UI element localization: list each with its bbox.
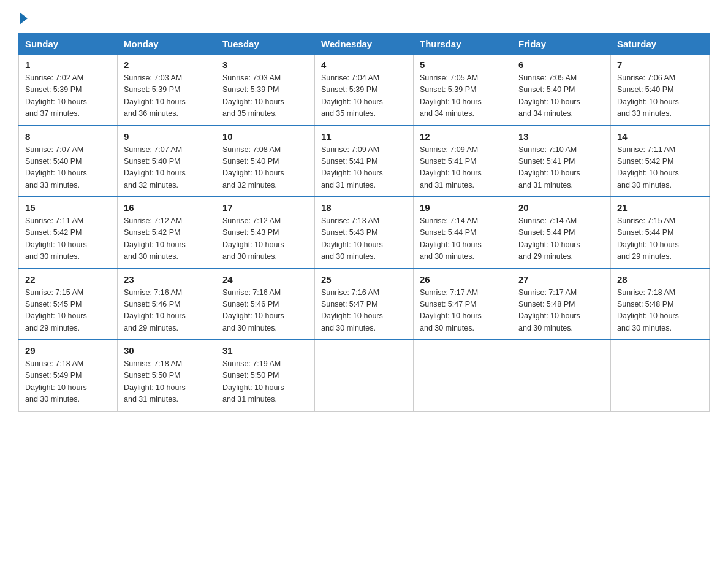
header-day-monday: Monday <box>118 34 216 55</box>
day-number: 12 <box>420 131 506 142</box>
day-number: 18 <box>321 202 407 213</box>
calendar-cell: 24Sunrise: 7:16 AMSunset: 5:46 PMDayligh… <box>216 269 315 340</box>
day-number: 2 <box>124 59 210 70</box>
day-info: Sunrise: 7:11 AMSunset: 5:42 PMDaylight:… <box>25 215 111 263</box>
day-number: 27 <box>518 274 604 285</box>
day-info: Sunrise: 7:12 AMSunset: 5:43 PMDaylight:… <box>222 215 308 263</box>
day-number: 6 <box>518 59 604 70</box>
day-info: Sunrise: 7:04 AMSunset: 5:39 PMDaylight:… <box>321 72 407 120</box>
calendar-week-2: 8Sunrise: 7:07 AMSunset: 5:40 PMDaylight… <box>19 126 710 197</box>
day-number: 15 <box>25 202 111 213</box>
day-number: 28 <box>617 274 703 285</box>
day-number: 30 <box>124 345 210 356</box>
day-info: Sunrise: 7:02 AMSunset: 5:39 PMDaylight:… <box>25 72 111 120</box>
header-day-sunday: Sunday <box>19 34 118 55</box>
calendar-cell: 19Sunrise: 7:14 AMSunset: 5:44 PMDayligh… <box>414 197 512 269</box>
day-number: 11 <box>321 131 407 142</box>
day-number: 26 <box>420 274 506 285</box>
calendar-week-5: 29Sunrise: 7:18 AMSunset: 5:49 PMDayligh… <box>19 340 710 411</box>
calendar-cell: 26Sunrise: 7:17 AMSunset: 5:47 PMDayligh… <box>414 269 512 340</box>
calendar-cell: 10Sunrise: 7:08 AMSunset: 5:40 PMDayligh… <box>216 126 315 197</box>
day-info: Sunrise: 7:08 AMSunset: 5:40 PMDaylight:… <box>222 144 308 192</box>
day-info: Sunrise: 7:16 AMSunset: 5:46 PMDaylight:… <box>222 287 308 335</box>
calendar-cell: 12Sunrise: 7:09 AMSunset: 5:41 PMDayligh… <box>414 126 512 197</box>
calendar-cell: 13Sunrise: 7:10 AMSunset: 5:41 PMDayligh… <box>512 126 611 197</box>
day-info: Sunrise: 7:06 AMSunset: 5:40 PMDaylight:… <box>617 72 703 120</box>
calendar-cell: 14Sunrise: 7:11 AMSunset: 5:42 PMDayligh… <box>611 126 710 197</box>
day-info: Sunrise: 7:11 AMSunset: 5:42 PMDaylight:… <box>617 144 703 192</box>
calendar-cell: 9Sunrise: 7:07 AMSunset: 5:40 PMDaylight… <box>118 126 216 197</box>
day-info: Sunrise: 7:03 AMSunset: 5:39 PMDaylight:… <box>124 72 210 120</box>
header-day-tuesday: Tuesday <box>216 34 315 55</box>
day-info: Sunrise: 7:16 AMSunset: 5:47 PMDaylight:… <box>321 287 407 335</box>
day-number: 22 <box>25 274 111 285</box>
day-info: Sunrise: 7:18 AMSunset: 5:48 PMDaylight:… <box>617 287 703 335</box>
calendar-cell <box>414 340 512 411</box>
day-info: Sunrise: 7:05 AMSunset: 5:39 PMDaylight:… <box>420 72 506 120</box>
logo-arrow-icon <box>20 12 28 25</box>
day-number: 21 <box>617 202 703 213</box>
day-info: Sunrise: 7:15 AMSunset: 5:44 PMDaylight:… <box>617 215 703 263</box>
day-info: Sunrise: 7:09 AMSunset: 5:41 PMDaylight:… <box>321 144 407 192</box>
day-info: Sunrise: 7:18 AMSunset: 5:49 PMDaylight:… <box>25 358 111 406</box>
calendar-cell <box>315 340 414 411</box>
day-info: Sunrise: 7:12 AMSunset: 5:42 PMDaylight:… <box>124 215 210 263</box>
page-header <box>18 12 710 22</box>
calendar-cell: 3Sunrise: 7:03 AMSunset: 5:39 PMDaylight… <box>216 55 315 126</box>
header-day-wednesday: Wednesday <box>315 34 414 55</box>
day-info: Sunrise: 7:19 AMSunset: 5:50 PMDaylight:… <box>222 358 308 406</box>
day-number: 8 <box>25 131 111 142</box>
calendar-cell: 20Sunrise: 7:14 AMSunset: 5:44 PMDayligh… <box>512 197 611 269</box>
day-number: 7 <box>617 59 703 70</box>
calendar-cell: 16Sunrise: 7:12 AMSunset: 5:42 PMDayligh… <box>118 197 216 269</box>
calendar-week-1: 1Sunrise: 7:02 AMSunset: 5:39 PMDaylight… <box>19 55 710 126</box>
day-info: Sunrise: 7:07 AMSunset: 5:40 PMDaylight:… <box>124 144 210 192</box>
day-info: Sunrise: 7:10 AMSunset: 5:41 PMDaylight:… <box>518 144 604 192</box>
calendar-cell: 18Sunrise: 7:13 AMSunset: 5:43 PMDayligh… <box>315 197 414 269</box>
calendar-cell: 7Sunrise: 7:06 AMSunset: 5:40 PMDaylight… <box>611 55 710 126</box>
day-number: 19 <box>420 202 506 213</box>
calendar-cell: 21Sunrise: 7:15 AMSunset: 5:44 PMDayligh… <box>611 197 710 269</box>
calendar-cell: 15Sunrise: 7:11 AMSunset: 5:42 PMDayligh… <box>19 197 118 269</box>
calendar-week-3: 15Sunrise: 7:11 AMSunset: 5:42 PMDayligh… <box>19 197 710 269</box>
day-number: 9 <box>124 131 210 142</box>
calendar-body: 1Sunrise: 7:02 AMSunset: 5:39 PMDaylight… <box>19 55 710 412</box>
day-info: Sunrise: 7:15 AMSunset: 5:45 PMDaylight:… <box>25 287 111 335</box>
day-info: Sunrise: 7:16 AMSunset: 5:46 PMDaylight:… <box>124 287 210 335</box>
calendar-cell: 5Sunrise: 7:05 AMSunset: 5:39 PMDaylight… <box>414 55 512 126</box>
day-number: 5 <box>420 59 506 70</box>
day-number: 20 <box>518 202 604 213</box>
day-number: 13 <box>518 131 604 142</box>
calendar-cell: 6Sunrise: 7:05 AMSunset: 5:40 PMDaylight… <box>512 55 611 126</box>
day-number: 3 <box>222 59 308 70</box>
calendar-cell: 11Sunrise: 7:09 AMSunset: 5:41 PMDayligh… <box>315 126 414 197</box>
calendar-table: SundayMondayTuesdayWednesdayThursdayFrid… <box>18 33 710 412</box>
day-number: 4 <box>321 59 407 70</box>
day-info: Sunrise: 7:05 AMSunset: 5:40 PMDaylight:… <box>518 72 604 120</box>
calendar-cell: 31Sunrise: 7:19 AMSunset: 5:50 PMDayligh… <box>216 340 315 411</box>
calendar-cell: 22Sunrise: 7:15 AMSunset: 5:45 PMDayligh… <box>19 269 118 340</box>
day-info: Sunrise: 7:14 AMSunset: 5:44 PMDaylight:… <box>420 215 506 263</box>
calendar-cell: 17Sunrise: 7:12 AMSunset: 5:43 PMDayligh… <box>216 197 315 269</box>
day-number: 29 <box>25 345 111 356</box>
day-number: 14 <box>617 131 703 142</box>
calendar-cell: 8Sunrise: 7:07 AMSunset: 5:40 PMDaylight… <box>19 126 118 197</box>
day-number: 16 <box>124 202 210 213</box>
calendar-header: SundayMondayTuesdayWednesdayThursdayFrid… <box>19 34 710 55</box>
header-row: SundayMondayTuesdayWednesdayThursdayFrid… <box>19 34 710 55</box>
day-info: Sunrise: 7:07 AMSunset: 5:40 PMDaylight:… <box>25 144 111 192</box>
header-day-friday: Friday <box>512 34 611 55</box>
day-number: 10 <box>222 131 308 142</box>
calendar-cell: 2Sunrise: 7:03 AMSunset: 5:39 PMDaylight… <box>118 55 216 126</box>
day-number: 1 <box>25 59 111 70</box>
header-day-saturday: Saturday <box>611 34 710 55</box>
day-info: Sunrise: 7:14 AMSunset: 5:44 PMDaylight:… <box>518 215 604 263</box>
day-info: Sunrise: 7:17 AMSunset: 5:48 PMDaylight:… <box>518 287 604 335</box>
calendar-cell: 23Sunrise: 7:16 AMSunset: 5:46 PMDayligh… <box>118 269 216 340</box>
day-info: Sunrise: 7:09 AMSunset: 5:41 PMDaylight:… <box>420 144 506 192</box>
calendar-cell: 25Sunrise: 7:16 AMSunset: 5:47 PMDayligh… <box>315 269 414 340</box>
calendar-cell: 1Sunrise: 7:02 AMSunset: 5:39 PMDaylight… <box>19 55 118 126</box>
calendar-cell: 29Sunrise: 7:18 AMSunset: 5:49 PMDayligh… <box>19 340 118 411</box>
logo <box>18 12 28 22</box>
calendar-cell: 30Sunrise: 7:18 AMSunset: 5:50 PMDayligh… <box>118 340 216 411</box>
